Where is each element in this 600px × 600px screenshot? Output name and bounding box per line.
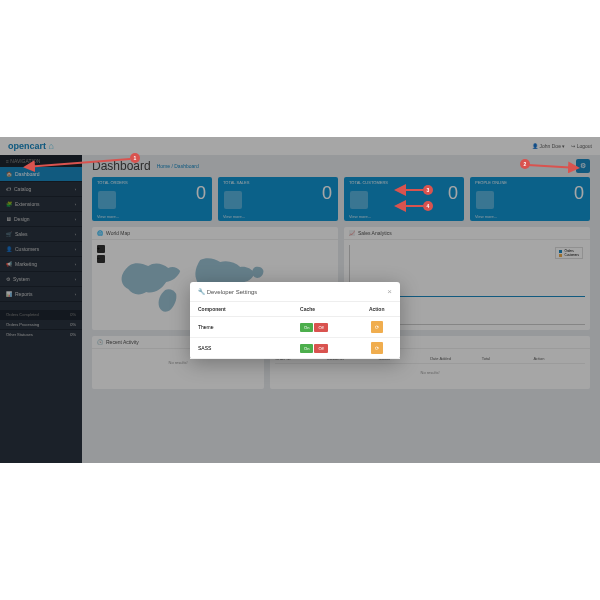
svg-line-0: [25, 159, 130, 167]
annotation-badge-3: 3: [423, 185, 433, 195]
modal-header: 🔧 Developer Settings ×: [190, 282, 400, 302]
annotation-arrow-2: [528, 162, 583, 173]
modal-row-sass: SASS On Off ⟳: [190, 338, 400, 359]
annotation-arrow-4: [393, 203, 425, 212]
wrench-icon: 🔧: [198, 288, 205, 295]
annotation-badge-2: 2: [520, 159, 530, 169]
svg-line-1: [528, 165, 578, 168]
annotation-arrow-3: [393, 187, 425, 196]
refresh-icon: ⟳: [375, 324, 379, 330]
theme-cache-on-button[interactable]: On: [300, 323, 313, 332]
sass-refresh-button[interactable]: ⟳: [371, 342, 383, 354]
modal-row-theme: Theme On Off ⟳: [190, 317, 400, 338]
developer-settings-modal: 🔧 Developer Settings × Component Cache A…: [190, 282, 400, 359]
theme-refresh-button[interactable]: ⟳: [371, 321, 383, 333]
refresh-icon: ⟳: [375, 345, 379, 351]
sass-cache-on-button[interactable]: On: [300, 344, 313, 353]
annotation-badge-4: 4: [423, 201, 433, 211]
annotation-badge-1: 1: [130, 153, 140, 163]
close-icon[interactable]: ×: [387, 287, 392, 296]
theme-cache-off-button[interactable]: Off: [314, 323, 327, 332]
annotation-arrow-1: [20, 157, 135, 170]
sass-cache-off-button[interactable]: Off: [314, 344, 327, 353]
